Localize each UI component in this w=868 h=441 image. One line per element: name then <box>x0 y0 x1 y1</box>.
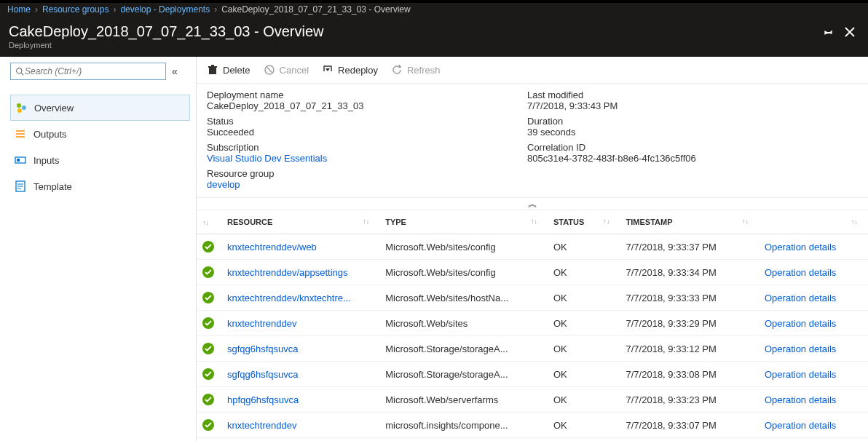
prop-label-correlation: Correlation ID <box>527 142 858 153</box>
prop-value-depname: CakeDeploy_2018_07_07_21_33_03 <box>207 100 527 111</box>
resource-link[interactable]: knxtechtrenddev/appsettings <box>227 267 348 278</box>
sidebar-item-overview[interactable]: Overview <box>10 95 190 121</box>
resource-cell: sgfqg6hsfqsuvca <box>221 336 379 362</box>
timestamp-cell: 7/7/2018, 9:33:07 PM <box>620 413 759 438</box>
operation-details-link[interactable]: Operation details <box>765 318 836 329</box>
status-cell <box>197 285 221 311</box>
status-cell <box>197 413 221 438</box>
resource-link[interactable]: knxtechtrenddev <box>227 420 296 431</box>
outputs-icon <box>15 128 26 140</box>
operation-details-link[interactable]: Operation details <box>765 267 836 278</box>
sort-icon[interactable]: ↑↓ <box>202 219 209 226</box>
details-cell: Operation details <box>759 260 868 285</box>
timestamp-cell: 7/7/2018, 9:33:33 PM <box>620 285 759 311</box>
type-cell: Microsoft.Web/sites/hostNa... <box>379 285 548 311</box>
prop-label-resourcegroup: Resource group <box>207 168 527 179</box>
svg-rect-6 <box>17 159 20 162</box>
prop-value-resourcegroup[interactable]: develop <box>207 179 240 190</box>
button-label: Redeploy <box>338 65 378 76</box>
table-row: knxtechtrenddev/appsettingsMicrosoft.Web… <box>197 260 868 285</box>
resource-cell: knxtechtrenddev <box>221 311 379 336</box>
prop-value-subscription[interactable]: Visual Studio Dev Essentials <box>207 153 327 164</box>
resource-link[interactable]: sgfqg6hsfqsuvca <box>227 343 299 354</box>
prop-value-lastmodified: 7/7/2018, 9:33:43 PM <box>527 100 858 111</box>
status-text-cell: OK <box>548 413 620 438</box>
inputs-icon <box>15 154 26 166</box>
type-cell: Microsoft.Web/sites/config <box>379 234 548 260</box>
operation-details-link[interactable]: Operation details <box>765 369 836 380</box>
button-label: Cancel <box>280 65 309 76</box>
sidebar-item-inputs[interactable]: Inputs <box>10 147 190 173</box>
operations-table: ↑↓ RESOURCE↑↓ TYPE↑↓ STATUS↑↓ TIMESTAMP↑… <box>197 210 868 438</box>
resource-cell: knxtechtrenddev/knxtechtre... <box>221 285 379 311</box>
check-circle-icon <box>202 343 214 354</box>
check-circle-icon <box>202 419 214 431</box>
button-label: Delete <box>223 65 250 76</box>
sidebar-nav: Overview Outputs Inputs Template <box>10 95 190 199</box>
svg-line-1 <box>21 73 23 75</box>
status-text-cell: OK <box>548 336 620 362</box>
status-text-cell: OK <box>548 285 620 311</box>
details-cell: Operation details <box>759 285 868 311</box>
breadcrumb-resource-groups[interactable]: Resource groups <box>42 4 108 15</box>
sort-icon[interactable]: ↑↓ <box>742 218 749 225</box>
table-row: sgfqg6hsfqsuvcaMicrosoft.Storage/storage… <box>197 362 868 387</box>
table-row: knxtechtrenddev/webMicrosoft.Web/sites/c… <box>197 234 868 260</box>
resource-link[interactable]: knxtechtrenddev/web <box>227 242 317 253</box>
status-text-cell: OK <box>548 260 620 285</box>
operation-details-link[interactable]: Operation details <box>765 343 836 354</box>
operations-table-wrap[interactable]: ↑↓ RESOURCE↑↓ TYPE↑↓ STATUS↑↓ TIMESTAMP↑… <box>197 210 868 441</box>
prop-value-status: Succeeded <box>207 127 527 138</box>
search-input[interactable] <box>25 66 161 76</box>
template-icon <box>15 180 26 192</box>
operation-details-link[interactable]: Operation details <box>765 420 836 431</box>
sort-icon[interactable]: ↑↓ <box>851 218 858 226</box>
sort-icon[interactable]: ↑↓ <box>363 218 369 225</box>
timestamp-cell: 7/7/2018, 9:33:12 PM <box>620 336 759 362</box>
button-label: Refresh <box>407 65 441 76</box>
operation-details-link[interactable]: Operation details <box>765 394 836 405</box>
type-cell: microsoft.insights/compone... <box>379 413 548 438</box>
redeploy-button[interactable]: Redeploy <box>322 64 378 76</box>
status-cell <box>197 234 221 260</box>
status-cell <box>197 362 221 387</box>
pin-icon[interactable] <box>823 26 835 38</box>
refresh-button[interactable]: Refresh <box>391 64 441 76</box>
breadcrumb-home[interactable]: Home <box>7 4 31 15</box>
sort-icon[interactable]: ↑↓ <box>604 218 610 225</box>
resource-link[interactable]: sgfqg6hsfqsuvca <box>227 369 299 380</box>
prop-label-subscription: Subscription <box>207 142 527 153</box>
title-bar: CakeDeploy_2018_07_07_21_33_03 - Overvie… <box>0 19 868 57</box>
type-cell: Microsoft.Storage/storageA... <box>379 336 548 362</box>
page-title: CakeDeploy_2018_07_07_21_33_03 - Overvie… <box>9 23 324 40</box>
col-resource[interactable]: RESOURCE↑↓ <box>221 210 379 234</box>
properties-grid: Deployment name CakeDeploy_2018_07_07_21… <box>197 84 868 197</box>
sidebar-item-label: Template <box>33 181 72 192</box>
col-type[interactable]: TYPE↑↓ <box>379 210 548 234</box>
prop-value-duration: 39 seconds <box>527 127 858 138</box>
status-cell <box>197 336 221 362</box>
resource-link[interactable]: knxtechtrenddev <box>227 318 296 329</box>
details-cell: Operation details <box>759 362 868 387</box>
search-input-wrap[interactable] <box>10 63 166 80</box>
table-row: knxtechtrenddev/knxtechtre...Microsoft.W… <box>197 285 868 311</box>
collapse-sidebar-icon[interactable]: « <box>172 65 178 77</box>
sidebar-item-template[interactable]: Template <box>10 173 190 199</box>
col-status[interactable]: STATUS↑↓ <box>548 210 620 234</box>
sidebar-item-outputs[interactable]: Outputs <box>10 121 190 147</box>
page-subtitle: Deployment <box>9 41 324 49</box>
check-circle-icon <box>202 266 214 278</box>
collapse-properties-toggle[interactable]: ︽ <box>197 197 868 210</box>
breadcrumb-current: CakeDeploy_2018_07_07_21_33_03 - Overvie… <box>221 4 411 15</box>
operation-details-link[interactable]: Operation details <box>765 242 836 253</box>
table-row: hpfqg6hsfqsuvcaMicrosoft.Web/serverfarms… <box>197 387 868 413</box>
check-circle-icon <box>202 394 214 405</box>
close-icon[interactable] <box>845 27 855 37</box>
operation-details-link[interactable]: Operation details <box>765 293 836 303</box>
breadcrumb-develop-deployments[interactable]: develop - Deployments <box>120 4 210 15</box>
sort-icon[interactable]: ↑↓ <box>531 218 537 225</box>
resource-link[interactable]: knxtechtrenddev/knxtechtre... <box>227 293 351 303</box>
delete-button[interactable]: Delete <box>207 64 250 76</box>
resource-link[interactable]: hpfqg6hsfqsuvca <box>227 394 299 405</box>
col-timestamp[interactable]: TIMESTAMP↑↓ <box>620 210 759 234</box>
